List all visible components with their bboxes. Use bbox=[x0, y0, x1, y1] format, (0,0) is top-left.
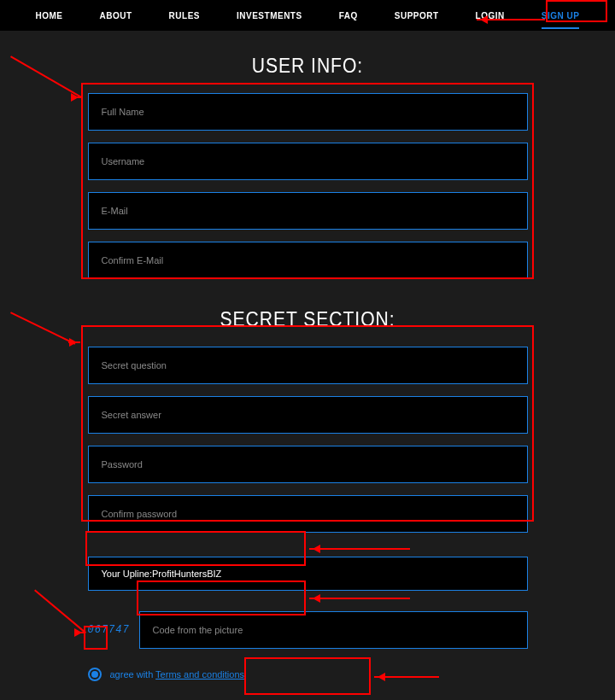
anno-secret-arrowhead bbox=[68, 341, 80, 343]
anno-captcha-arrow bbox=[309, 598, 410, 599]
user-info-group bbox=[88, 93, 528, 291]
anno-radio-arrow bbox=[34, 589, 86, 633]
secret-answer-input[interactable] bbox=[88, 396, 528, 434]
agree-prefix: agree with bbox=[110, 669, 156, 680]
agree-radio-dot bbox=[91, 671, 98, 678]
anno-user-info-arrowhead bbox=[72, 96, 82, 98]
captcha-row: 067747 bbox=[88, 611, 528, 649]
nav-about[interactable]: ABOUT bbox=[100, 11, 132, 20]
secret-section-title: SECRET SECTION: bbox=[25, 308, 590, 331]
confirm-email-input[interactable] bbox=[88, 242, 528, 279]
nav-rules[interactable]: RULES bbox=[169, 11, 200, 20]
nav-signup-underline bbox=[542, 27, 580, 29]
nav-support[interactable]: SUPPORT bbox=[395, 11, 439, 20]
nav-home[interactable]: HOME bbox=[36, 11, 63, 20]
upline-box: Your Upline: ProfitHuntersBIZ bbox=[88, 557, 528, 591]
nav-signup[interactable]: SIGN UP bbox=[542, 11, 580, 20]
captcha-image: 067747 bbox=[88, 624, 127, 636]
secret-question-input[interactable] bbox=[88, 347, 528, 384]
nav-signup-label: SIGN UP bbox=[542, 11, 580, 20]
full-name-input[interactable] bbox=[88, 93, 528, 131]
anno-radio-arrowhead bbox=[79, 632, 85, 633]
captcha-input[interactable] bbox=[139, 611, 528, 649]
confirm-password-input[interactable] bbox=[88, 495, 528, 533]
user-info-title: USER INFO: bbox=[25, 55, 590, 78]
password-input[interactable] bbox=[88, 446, 528, 483]
nav-investments[interactable]: INVESTMENTS bbox=[237, 11, 302, 20]
nav-faq[interactable]: FAQ bbox=[339, 11, 358, 20]
terms-link[interactable]: Terms and conditions bbox=[155, 669, 244, 680]
email-input[interactable] bbox=[88, 192, 528, 230]
agree-radio[interactable] bbox=[88, 668, 102, 681]
upline-value: ProfitHuntersBIZ bbox=[152, 569, 221, 579]
agree-row: agree with Terms and conditions bbox=[88, 668, 528, 681]
secret-group bbox=[88, 347, 528, 545]
username-input[interactable] bbox=[88, 143, 528, 180]
upline-label: Your Upline: bbox=[102, 569, 153, 579]
top-nav: HOME ABOUT RULES INVESTMENTS FAQ SUPPORT… bbox=[0, 0, 615, 31]
anno-upline-arrow bbox=[309, 548, 410, 550]
nav-login[interactable]: LOGIN bbox=[476, 11, 505, 20]
